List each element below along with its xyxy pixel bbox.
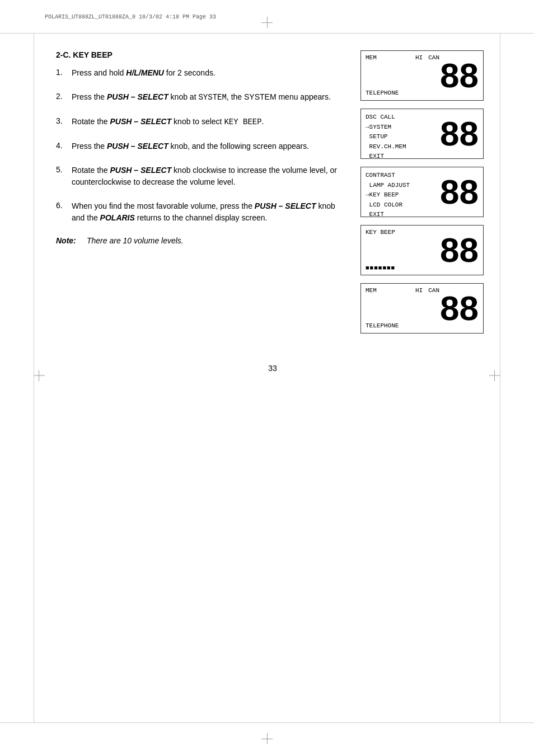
display-left-4: KEY BEEP ■■■■■■■: [366, 229, 439, 271]
step-number-3: 3.: [56, 116, 72, 125]
display-right-5: 88: [439, 287, 479, 330]
display-number-2: 88: [440, 116, 479, 151]
section-title: 2-C. KEY BEEP: [56, 50, 344, 59]
display-key-beep-label: KEY BEEP: [366, 229, 439, 236]
header-text: POLARIS_UT888ZL_UT01888ZA_0 10/3/02 4:18…: [45, 14, 216, 20]
two-col-layout: 2-C. KEY BEEP 1. Press and hold H/L/MENU…: [56, 50, 489, 341]
crosshair-top-icon: [261, 17, 273, 23]
left-column: 2-C. KEY BEEP 1. Press and hold H/L/MENU…: [56, 50, 344, 341]
step-item-1: 1. Press and hold H/L/MENU for 2 seconds…: [56, 67, 344, 79]
crosshair-left-icon: [34, 375, 45, 381]
display-telephone-5: TELEPHONE: [366, 322, 439, 330]
note-line: Note: There are 10 volume levels.: [56, 236, 344, 245]
step-item-6: 6. When you find the most favorable volu…: [56, 200, 344, 224]
step-number-4: 4.: [56, 140, 72, 150]
page-number: 33: [56, 364, 489, 373]
display-can-1: CAN: [428, 54, 439, 62]
display-hi-5: HI: [415, 287, 423, 294]
step-item-5: 5. Rotate the PUSH – SELECT knob clockwi…: [56, 165, 344, 188]
display-menu-2: DSC CALL →SYSTEM SETUP REV.CH.MEM EXIT: [366, 112, 439, 159]
step-text-3: Rotate the PUSH – SELECT knob to select …: [72, 116, 344, 128]
display-left-1: MEM HI CAN TELEPHONE: [366, 54, 439, 97]
display-box-2: DSC CALL →SYSTEM SETUP REV.CH.MEM EXIT 8…: [360, 109, 484, 159]
display-menu-3: CONTRAST LAMP ADJUST →KEY BEEP LCD COLOR…: [366, 171, 439, 217]
step-number-2: 2.: [56, 91, 72, 101]
step-text-4: Press the PUSH – SELECT knob, and the fo…: [72, 140, 344, 152]
right-column: MEM HI CAN TELEPHONE 88: [360, 50, 489, 341]
main-content: 2-C. KEY BEEP 1. Press and hold H/L/MENU…: [56, 50, 489, 711]
step-list: 1. Press and hold H/L/MENU for 2 seconds…: [56, 67, 344, 224]
display-number-1: 88: [440, 58, 479, 93]
note-text: There are 10 volume levels.: [87, 236, 184, 245]
display-telephone-1: TELEPHONE: [366, 90, 439, 97]
display-number-3: 88: [440, 175, 479, 209]
display-top-row-1: MEM HI CAN: [366, 54, 439, 62]
display-left-3: CONTRAST LAMP ADJUST →KEY BEEP LCD COLOR…: [366, 171, 439, 213]
display-left-5: MEM HI CAN TELEPHONE: [366, 287, 439, 330]
step-text-2: Press the PUSH – SELECT knob at SYSTEM, …: [72, 91, 344, 104]
display-left-2: DSC CALL →SYSTEM SETUP REV.CH.MEM EXIT: [366, 112, 439, 155]
display-hi-1: HI: [415, 54, 423, 62]
step-text-1: Press and hold H/L/MENU for 2 seconds.: [72, 67, 344, 79]
step-number-5: 5.: [56, 165, 72, 174]
display-box-1: MEM HI CAN TELEPHONE 88: [360, 50, 484, 101]
display-right-4: 88: [439, 229, 479, 271]
display-right-1: 88: [439, 54, 479, 97]
step-item-3: 3. Rotate the PUSH – SELECT knob to sele…: [56, 116, 344, 128]
display-right-2: 88: [439, 112, 479, 155]
display-volume-bar: ■■■■■■■: [366, 265, 439, 271]
crosshair-bottom-icon: [261, 733, 273, 739]
display-can-5: CAN: [428, 287, 439, 294]
display-number-4: 88: [440, 233, 479, 267]
display-right-3: 88: [439, 171, 479, 213]
display-mem-5: MEM: [366, 287, 377, 294]
step-number-6: 6.: [56, 200, 72, 210]
step-text-6: When you find the most favorable volume,…: [72, 200, 344, 224]
step-number-1: 1.: [56, 67, 72, 77]
crosshair-right-icon: [489, 375, 500, 381]
display-box-3: CONTRAST LAMP ADJUST →KEY BEEP LCD COLOR…: [360, 167, 484, 217]
display-box-5: MEM HI CAN TELEPHONE 88: [360, 283, 484, 334]
display-top-row-5: MEM HI CAN: [366, 287, 439, 294]
display-number-5: 88: [440, 291, 479, 326]
note-label: Note:: [56, 236, 87, 245]
step-item-4: 4. Press the PUSH – SELECT knob, and the…: [56, 140, 344, 152]
step-item-2: 2. Press the PUSH – SELECT knob at SYSTE…: [56, 91, 344, 104]
step-text-5: Rotate the PUSH – SELECT knob clockwise …: [72, 165, 344, 188]
page-container: POLARIS_UT888ZL_UT01888ZA_0 10/3/02 4:18…: [0, 0, 534, 756]
display-mem-1: MEM: [366, 54, 377, 62]
display-box-4: KEY BEEP ■■■■■■■ 88: [360, 225, 484, 275]
